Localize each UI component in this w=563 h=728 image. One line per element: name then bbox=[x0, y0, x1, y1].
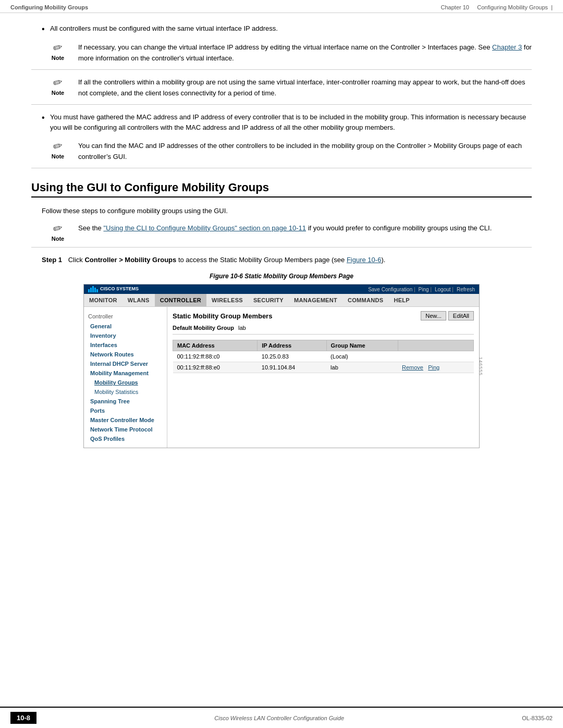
note-3-icon-area: ✏ Note bbox=[42, 141, 78, 159]
note-3-text: You can find the MAC and IP addresses of… bbox=[78, 141, 532, 163]
note-4-link[interactable]: "Using the CLI to Configure Mobility Gro… bbox=[103, 224, 306, 232]
note-4: ✏ Note See the "Using the CLI to Configu… bbox=[31, 223, 532, 248]
bullet-dot-2: • bbox=[42, 112, 50, 134]
step-1-text: Click Controller > Mobility Groups to ac… bbox=[68, 256, 386, 264]
bar-2 bbox=[90, 288, 92, 292]
bullet-text-2: You must have gathered the MAC address a… bbox=[50, 112, 532, 134]
ss-navbar: MONITOR WLANs CONTROLLER WIRELESS SECURI… bbox=[84, 294, 479, 307]
header-chapter: Chapter 10 Configuring Mobility Groups | bbox=[441, 4, 553, 10]
ss-sidebar-master-ctrl[interactable]: Master Controller Mode bbox=[84, 415, 167, 425]
ss-save-config[interactable]: Save Configuration bbox=[368, 287, 415, 292]
main-content: • All controllers must be configured wit… bbox=[0, 13, 563, 459]
ss-content-area: Static Mobility Group Members New... Edi… bbox=[167, 307, 479, 448]
bar-1 bbox=[88, 289, 90, 292]
ss-btn-new[interactable]: New... bbox=[421, 311, 446, 320]
ss-col-mac: MAC Address bbox=[173, 340, 258, 351]
ss-nav-commands[interactable]: COMMANDS bbox=[342, 294, 388, 306]
ss-col-group: Group Name bbox=[326, 340, 398, 351]
header-chapter-title: Configuring Mobility Groups bbox=[477, 4, 548, 10]
header-chapter-num: Chapter 10 bbox=[441, 4, 469, 10]
ss-row1-mac: 00:11:92:ff:88:c0 bbox=[173, 351, 258, 362]
ss-ping-link[interactable]: Ping bbox=[428, 364, 439, 371]
ss-sidebar-inventory[interactable]: Inventory bbox=[84, 331, 167, 340]
ss-logo: CISCO SYSTEMS bbox=[88, 286, 139, 292]
ss-nav-wlans[interactable]: WLANs bbox=[123, 294, 155, 306]
page-footer: 10-8 Cisco Wireless LAN Controller Confi… bbox=[0, 707, 563, 728]
ss-nav-help[interactable]: HELP bbox=[388, 294, 415, 306]
ss-refresh[interactable]: Refresh bbox=[457, 287, 475, 292]
note-4-label: Note bbox=[52, 236, 64, 242]
step-1-label: Step 1 bbox=[42, 256, 62, 264]
ss-col-actions bbox=[398, 340, 473, 351]
note-1-icon-area: ✏ Note bbox=[42, 42, 78, 61]
ss-nav-security[interactable]: SECURITY bbox=[248, 294, 289, 306]
note-pen-icon-3: ✏ bbox=[52, 140, 64, 153]
bar-5 bbox=[96, 289, 98, 292]
note-3-label: Note bbox=[52, 153, 64, 159]
note-4-icon-area: ✏ Note bbox=[42, 223, 78, 242]
ss-remove-link[interactable]: Remove bbox=[402, 364, 423, 371]
note-1: ✏ Note If necessary, you can change the … bbox=[31, 42, 532, 70]
ss-sidebar-interfaces[interactable]: Interfaces bbox=[84, 340, 167, 350]
bar-3 bbox=[92, 286, 94, 292]
ss-ping[interactable]: Ping bbox=[419, 287, 432, 292]
ss-sidebar-dhcp[interactable]: Internal DHCP Server bbox=[84, 359, 167, 368]
footer-right-text: OL-8335-02 bbox=[522, 715, 553, 721]
header-breadcrumb: Configuring Mobility Groups bbox=[10, 4, 88, 10]
ss-logo-text: CISCO SYSTEMS bbox=[100, 287, 139, 292]
ss-logo-bars bbox=[88, 286, 98, 292]
ss-sidebar-mobility-groups[interactable]: Mobility Groups bbox=[84, 378, 167, 387]
bullet-item-1: • All controllers must be configured wit… bbox=[31, 23, 532, 35]
ss-table-header-row: MAC Address IP Address Group Name bbox=[173, 340, 474, 351]
ss-row2-mac: 00:11:92:ff:88:e0 bbox=[173, 362, 258, 373]
ss-logo-line1: CISCO SYSTEMS bbox=[100, 287, 139, 292]
step-1-link[interactable]: Figure 10-6 bbox=[347, 256, 381, 264]
ss-topbar-right: Save Configuration Ping Logout Refresh bbox=[368, 287, 475, 292]
note-2-text: If all the controllers within a mobility… bbox=[78, 77, 532, 99]
figure-number: 146555 bbox=[478, 357, 483, 376]
ss-btn-editall[interactable]: EditAll bbox=[448, 311, 474, 320]
section-intro: Follow these steps to configure mobility… bbox=[31, 206, 532, 217]
ss-row1-actions bbox=[398, 351, 473, 362]
ss-nav-management[interactable]: MANAGEMENT bbox=[289, 294, 342, 306]
ss-sidebar: Controller General Inventory Interfaces … bbox=[84, 307, 167, 448]
page-header: Configuring Mobility Groups Chapter 10 C… bbox=[0, 0, 563, 13]
ss-default-group-value: lab bbox=[238, 325, 246, 331]
step-1-bold: Controller > Mobility Groups bbox=[84, 256, 176, 264]
note-2: ✏ Note If all the controllers within a m… bbox=[31, 77, 532, 105]
ss-sidebar-ntp[interactable]: Network Time Protocol bbox=[84, 425, 167, 434]
ss-sidebar-mobility-mgmt[interactable]: Mobility Management bbox=[84, 368, 167, 378]
ss-content-header: Static Mobility Group Members New... Edi… bbox=[173, 311, 474, 320]
screenshot: CISCO SYSTEMS Save Configuration Ping Lo… bbox=[83, 284, 480, 448]
note-2-label: Note bbox=[52, 90, 64, 96]
ss-row2-actions: Remove Ping bbox=[398, 362, 473, 373]
table-row: 00:11:92:ff:88:c0 10.25.0.83 (Local) bbox=[173, 351, 474, 362]
bullet-item-2: • You must have gathered the MAC address… bbox=[31, 112, 532, 134]
ss-sidebar-qos[interactable]: QoS Profiles bbox=[84, 434, 167, 443]
ss-logout[interactable]: Logout bbox=[435, 287, 454, 292]
ss-row1-group: (Local) bbox=[326, 351, 398, 362]
note-3: ✏ Note You can find the MAC and IP addre… bbox=[31, 141, 532, 168]
ss-topbar: CISCO SYSTEMS Save Configuration Ping Lo… bbox=[84, 285, 479, 294]
ss-nav-monitor[interactable]: MONITOR bbox=[84, 294, 123, 306]
ss-sidebar-general[interactable]: General bbox=[84, 322, 167, 331]
ss-sidebar-network-routes[interactable]: Network Routes bbox=[84, 350, 167, 359]
ss-sidebar-header: Controller bbox=[84, 311, 167, 322]
ss-sidebar-mobility-stats[interactable]: Mobility Statistics bbox=[84, 387, 167, 397]
bullet-text-1: All controllers must be configured with … bbox=[50, 23, 278, 35]
ss-nav-controller[interactable]: CONTROLLER bbox=[155, 294, 206, 306]
ss-btn-group: New... EditAll bbox=[421, 311, 474, 320]
ss-default-group: Default Mobility Group lab bbox=[173, 325, 474, 335]
screenshot-wrapper: CISCO SYSTEMS Save Configuration Ping Lo… bbox=[83, 284, 480, 448]
ss-nav-wireless[interactable]: WIRELESS bbox=[206, 294, 248, 306]
note-1-link[interactable]: Chapter 3 bbox=[492, 43, 522, 51]
note-4-text: See the "Using the CLI to Configure Mobi… bbox=[78, 223, 532, 234]
note-1-text: If necessary, you can change the virtual… bbox=[78, 42, 532, 64]
bullet-dot-1: • bbox=[42, 23, 50, 35]
note-pen-icon-1: ✏ bbox=[52, 41, 64, 55]
ss-sidebar-spanning-tree[interactable]: Spanning Tree bbox=[84, 397, 167, 406]
ss-sidebar-ports[interactable]: Ports bbox=[84, 406, 167, 415]
section-heading: Using the GUI to Configure Mobility Grou… bbox=[31, 181, 532, 198]
ss-content-title: Static Mobility Group Members bbox=[173, 312, 272, 320]
ss-row1-ip: 10.25.0.83 bbox=[258, 351, 326, 362]
